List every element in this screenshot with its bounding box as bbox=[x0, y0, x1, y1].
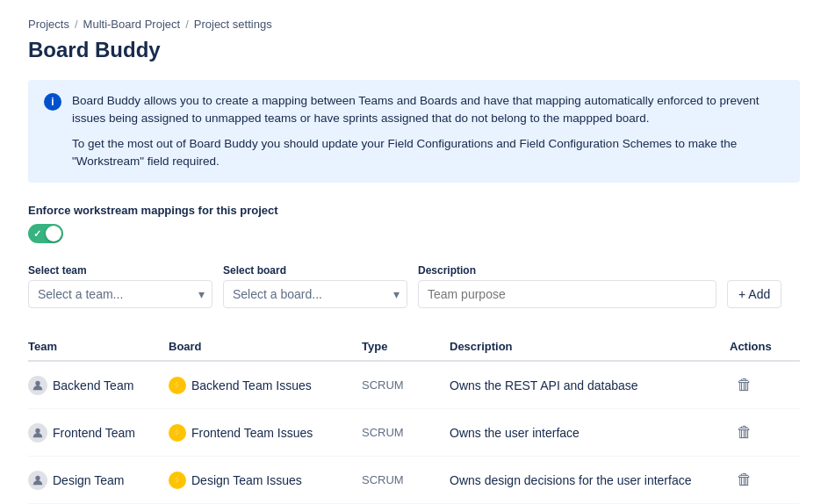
team-label: Select team bbox=[28, 264, 212, 277]
description-label: Description bbox=[418, 264, 716, 277]
enforce-section: Enforce workstream mappings for this pro… bbox=[28, 204, 800, 243]
header-type: Type bbox=[362, 340, 450, 353]
team-field-group: Select team Select a team... ▾ bbox=[28, 264, 212, 308]
board-select-wrapper: Select a board... ▾ bbox=[223, 280, 407, 308]
board-label: Select board bbox=[223, 264, 407, 277]
team-name-2: Design Team bbox=[53, 473, 124, 487]
header-actions: Actions bbox=[730, 340, 800, 353]
header-board: Board bbox=[169, 340, 362, 353]
enforce-toggle[interactable]: ✓ bbox=[28, 224, 63, 243]
page-title: Board Buddy bbox=[28, 38, 800, 62]
team-icon-1 bbox=[28, 423, 47, 443]
board-cell-1: ⚡ Frontend Team Issues bbox=[169, 424, 362, 442]
add-row-form: Select team Select a team... ▾ Select bo… bbox=[28, 264, 800, 308]
person-icon bbox=[32, 427, 44, 439]
board-name-0: Backend Team Issues bbox=[191, 378, 312, 392]
type-cell-1: SCRUM bbox=[362, 426, 450, 439]
type-cell-0: SCRUM bbox=[362, 378, 450, 392]
add-button[interactable]: + Add bbox=[727, 280, 781, 308]
actions-cell-1: 🗑 bbox=[730, 420, 800, 445]
breadcrumb-projects[interactable]: Projects bbox=[28, 18, 69, 31]
board-select[interactable]: Select a board... bbox=[223, 280, 407, 308]
board-field-group: Select board Select a board... ▾ bbox=[223, 264, 407, 308]
team-cell-2: Design Team bbox=[28, 471, 169, 490]
table-row: Design Team ⚡ Design Team Issues SCRUM O… bbox=[28, 457, 800, 504]
info-text: Board Buddy allows you to create a mappi… bbox=[72, 92, 784, 170]
team-icon-0 bbox=[28, 376, 47, 395]
breadcrumb: Projects / Multi-Board Project / Project… bbox=[28, 18, 800, 31]
description-field-group: Description bbox=[418, 264, 716, 308]
mappings-table: Team Board Type Description Actions Back… bbox=[28, 333, 800, 504]
team-name-1: Frontend Team bbox=[53, 426, 135, 440]
board-icon-2: ⚡ bbox=[169, 472, 186, 489]
svg-point-0 bbox=[35, 380, 40, 385]
team-cell-0: Backend Team bbox=[28, 376, 169, 395]
team-name-0: Backend Team bbox=[53, 378, 133, 392]
desc-cell-0: Owns the REST API and database bbox=[450, 378, 730, 392]
table-row: Backend Team ⚡ Backend Team Issues SCRUM… bbox=[28, 362, 800, 409]
breadcrumb-settings[interactable]: Project settings bbox=[194, 18, 272, 31]
desc-cell-2: Owns design decisions for the user inter… bbox=[450, 473, 730, 487]
board-icon-1: ⚡ bbox=[169, 424, 186, 442]
desc-cell-1: Owns the user interface bbox=[450, 426, 730, 440]
board-name-1: Frontend Team Issues bbox=[191, 426, 313, 440]
header-description: Description bbox=[450, 340, 730, 353]
description-input[interactable] bbox=[418, 280, 716, 308]
delete-button-0[interactable]: 🗑 bbox=[730, 372, 760, 398]
table-header: Team Board Type Description Actions bbox=[28, 333, 800, 362]
enforce-label: Enforce workstream mappings for this pro… bbox=[28, 204, 800, 217]
delete-button-2[interactable]: 🗑 bbox=[730, 467, 760, 493]
board-cell-2: ⚡ Design Team Issues bbox=[169, 472, 362, 489]
team-select[interactable]: Select a team... bbox=[28, 280, 212, 308]
header-team: Team bbox=[28, 340, 169, 353]
toggle-knob bbox=[46, 226, 61, 241]
svg-point-2 bbox=[35, 475, 40, 479]
person-icon bbox=[32, 379, 44, 392]
actions-cell-0: 🗑 bbox=[730, 372, 800, 398]
team-select-wrapper: Select a team... ▾ bbox=[28, 280, 212, 308]
actions-cell-2: 🗑 bbox=[730, 467, 800, 493]
info-box: i Board Buddy allows you to create a map… bbox=[28, 80, 800, 183]
type-cell-2: SCRUM bbox=[362, 473, 450, 486]
team-icon-2 bbox=[28, 471, 47, 490]
board-cell-0: ⚡ Backend Team Issues bbox=[169, 377, 362, 394]
table-row: Frontend Team ⚡ Frontend Team Issues SCR… bbox=[28, 409, 800, 457]
board-name-2: Design Team Issues bbox=[191, 473, 302, 487]
person-icon bbox=[32, 474, 44, 486]
info-icon: i bbox=[44, 93, 61, 111]
team-cell-1: Frontend Team bbox=[28, 423, 169, 443]
breadcrumb-project[interactable]: Multi-Board Project bbox=[83, 18, 181, 31]
svg-point-1 bbox=[35, 428, 40, 432]
board-icon-0: ⚡ bbox=[169, 377, 186, 394]
delete-button-1[interactable]: 🗑 bbox=[730, 420, 760, 445]
